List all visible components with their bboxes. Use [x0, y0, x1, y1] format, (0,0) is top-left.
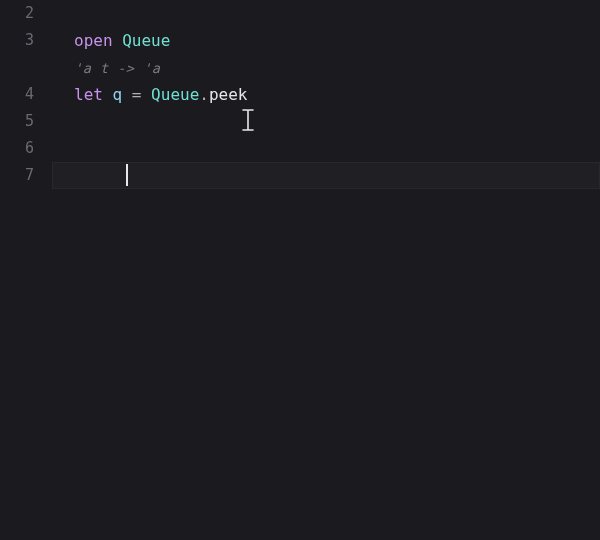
space	[122, 85, 132, 104]
line-number: 2	[0, 0, 52, 27]
line-number: 4	[0, 81, 52, 108]
space	[113, 31, 123, 50]
code-editor[interactable]: 2 3 4 5 6 7 open Queue 'a t -> 'a let q …	[0, 0, 600, 540]
identifier: q	[113, 85, 123, 104]
line-number: 7	[0, 162, 52, 189]
keyword-let: let	[74, 85, 103, 104]
code-area[interactable]: open Queue 'a t -> 'a let q = Queue.peek	[52, 0, 600, 540]
type-hint-line: 'a t -> 'a	[52, 54, 600, 81]
line-number	[0, 54, 52, 81]
code-line[interactable]	[52, 135, 600, 162]
space	[103, 85, 113, 104]
line-number: 3	[0, 27, 52, 54]
line-number-gutter: 2 3 4 5 6 7	[0, 0, 52, 540]
function-name: peek	[209, 85, 248, 104]
module-name: Queue	[151, 85, 199, 104]
module-name: Queue	[122, 31, 170, 50]
space	[141, 85, 151, 104]
type-signature-hint: 'a t -> 'a	[74, 60, 160, 76]
code-line-current[interactable]	[52, 162, 600, 189]
dot-op: .	[199, 85, 209, 104]
line-number: 6	[0, 135, 52, 162]
code-line[interactable]	[52, 0, 600, 27]
text-cursor	[126, 164, 128, 186]
code-line[interactable]	[52, 108, 600, 135]
line-number: 5	[0, 108, 52, 135]
code-line[interactable]: let q = Queue.peek	[52, 81, 600, 108]
code-line[interactable]: open Queue	[52, 27, 600, 54]
keyword-open: open	[74, 31, 113, 50]
